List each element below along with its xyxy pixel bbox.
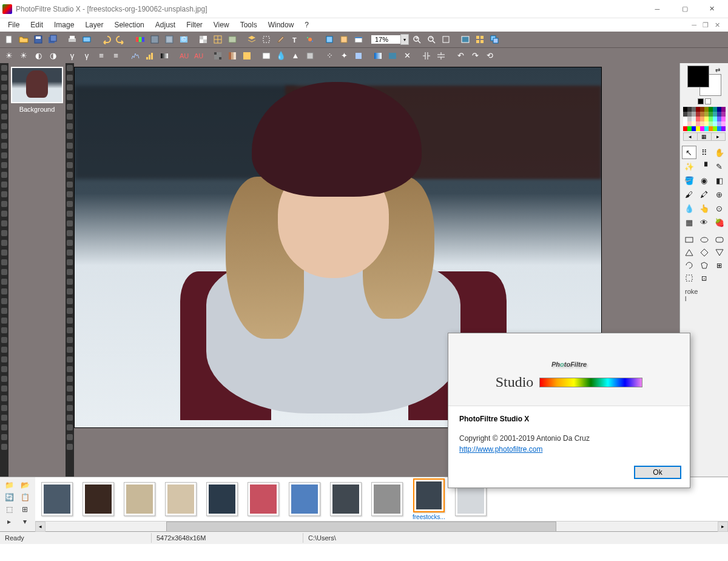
filter-x-icon[interactable]: ✕ xyxy=(400,49,414,63)
pipette-tool[interactable]: ⠿ xyxy=(697,146,712,159)
palette-color[interactable] xyxy=(709,121,713,126)
scroll-left-icon[interactable]: ◂ xyxy=(35,522,46,532)
thumbnail-item[interactable] xyxy=(248,482,279,516)
palette-color[interactable] xyxy=(687,107,692,112)
palette-color[interactable] xyxy=(717,126,721,131)
fill-tool[interactable]: 🪣 xyxy=(682,174,696,187)
contrast-plus-icon[interactable]: ◑ xyxy=(46,49,59,63)
selection-tools-icon[interactable] xyxy=(260,33,273,46)
palette-color[interactable] xyxy=(692,126,696,131)
retouch-tool[interactable]: ▦ xyxy=(682,216,696,229)
smudge-tool[interactable]: 👆 xyxy=(697,202,712,215)
palette-color[interactable] xyxy=(713,126,717,131)
palette-color[interactable] xyxy=(692,121,696,126)
menu-edit[interactable]: Edit xyxy=(25,19,49,30)
palette-color[interactable] xyxy=(709,126,713,131)
palette-color[interactable] xyxy=(700,107,704,112)
palette-color[interactable] xyxy=(700,112,704,117)
palette-color[interactable] xyxy=(687,126,692,131)
palette-color[interactable] xyxy=(700,117,704,121)
palette-color[interactable] xyxy=(713,112,717,117)
mdi-restore[interactable]: ❐ xyxy=(701,21,710,29)
palette-color[interactable] xyxy=(721,126,726,131)
new-icon[interactable] xyxy=(2,33,16,46)
mdi-minimize[interactable]: ─ xyxy=(690,21,698,29)
gamma-plus-icon[interactable]: γ xyxy=(80,49,93,63)
exp-collapse-icon[interactable]: ▸ xyxy=(2,516,16,527)
palette-color[interactable] xyxy=(683,117,687,121)
palette-color[interactable] xyxy=(692,117,696,121)
polygon-select[interactable] xyxy=(697,259,712,271)
pointer-tool[interactable]: ↖ xyxy=(682,146,696,159)
palette-color[interactable] xyxy=(717,121,721,126)
advanced-brush-tool[interactable]: 🖍 xyxy=(697,188,712,201)
brightness-plus-icon[interactable]: ☀ xyxy=(17,49,30,63)
zoom-out-icon[interactable]: − xyxy=(425,33,438,46)
levels-icon[interactable] xyxy=(143,49,157,63)
antialias-icon[interactable] xyxy=(352,49,365,63)
palette-color[interactable] xyxy=(717,112,721,117)
zoom-fit-icon[interactable] xyxy=(439,33,453,46)
palette-color[interactable] xyxy=(696,126,700,131)
image-size-icon[interactable] xyxy=(148,33,161,46)
thumbnail-item[interactable] xyxy=(330,482,362,516)
module-icon[interactable] xyxy=(323,33,336,46)
menu-tools[interactable]: Tools xyxy=(235,19,263,30)
exp-up-icon[interactable]: 📂 xyxy=(18,480,32,491)
lasso-select[interactable] xyxy=(682,259,696,271)
palette-color[interactable] xyxy=(683,107,687,112)
explorer-icon[interactable] xyxy=(352,33,365,46)
scanner-icon[interactable] xyxy=(80,33,93,46)
palette-color[interactable] xyxy=(717,107,721,112)
exp-folder-icon[interactable]: 📁 xyxy=(2,480,16,491)
menu-selection[interactable]: Selection xyxy=(109,19,149,30)
zoom-combo[interactable]: 17% ▾ xyxy=(371,34,409,45)
scroll-right-icon[interactable]: ▸ xyxy=(718,522,728,532)
menu-window[interactable]: Window xyxy=(263,19,300,30)
freehand-select[interactable]: ⊞ xyxy=(712,259,727,271)
save-icon[interactable] xyxy=(32,33,45,46)
save-all-icon[interactable] xyxy=(46,33,59,46)
plugin-icon[interactable] xyxy=(337,33,351,46)
automate-icon[interactable] xyxy=(226,33,239,46)
zoom-value[interactable]: 17% xyxy=(371,35,400,44)
flip-v-icon[interactable] xyxy=(434,49,448,63)
photo-mask-icon[interactable] xyxy=(386,49,399,63)
palette-color[interactable] xyxy=(713,117,717,121)
hand-tool[interactable]: ✋ xyxy=(712,146,727,159)
layer-thumbnail[interactable] xyxy=(11,67,63,103)
menu-layer[interactable]: Layer xyxy=(79,19,109,30)
palette-color[interactable] xyxy=(709,112,713,117)
thumbnail-item[interactable] xyxy=(41,482,73,516)
relief-icon[interactable] xyxy=(303,49,317,63)
exp-menu-icon[interactable]: ▾ xyxy=(18,516,32,527)
fullscreen-icon[interactable] xyxy=(459,33,472,46)
menu-help[interactable]: ? xyxy=(299,19,314,30)
menu-image[interactable]: Image xyxy=(49,19,79,30)
close-button[interactable]: ✕ xyxy=(698,1,726,18)
thumbnail-item[interactable] xyxy=(124,482,155,516)
palette-color[interactable] xyxy=(721,117,726,121)
thumbnail-item[interactable] xyxy=(165,482,197,516)
blur-tool[interactable]: 💧 xyxy=(682,202,696,215)
blur-icon[interactable]: 💧 xyxy=(274,49,288,63)
crop-select[interactable] xyxy=(682,272,696,284)
zoom-dropdown-icon[interactable]: ▾ xyxy=(400,34,409,45)
spray-tool[interactable]: ◉ xyxy=(697,174,712,187)
line-tool[interactable]: ▝ xyxy=(697,160,712,173)
palette-color[interactable] xyxy=(696,107,700,112)
palette-color[interactable] xyxy=(687,117,692,121)
palette-color[interactable] xyxy=(696,117,700,121)
exp-filter-icon[interactable]: ⊞ xyxy=(18,504,32,515)
palette-color[interactable] xyxy=(704,117,709,121)
explorer-scrollbar[interactable]: ◂ ▸ xyxy=(35,521,728,531)
thumbnail-item[interactable] xyxy=(371,482,403,516)
saturation-minus-icon[interactable]: ≡ xyxy=(95,49,108,63)
stamp-tool[interactable]: ⊕ xyxy=(712,188,727,201)
color-palette[interactable] xyxy=(683,107,726,131)
magnetic-select[interactable]: ⊡ xyxy=(697,272,712,284)
menu-file[interactable]: File xyxy=(2,19,25,30)
ok-button[interactable]: Ok xyxy=(634,466,681,479)
palette-color[interactable] xyxy=(696,121,700,126)
saturation-plus-icon[interactable]: ≡ xyxy=(109,49,123,63)
